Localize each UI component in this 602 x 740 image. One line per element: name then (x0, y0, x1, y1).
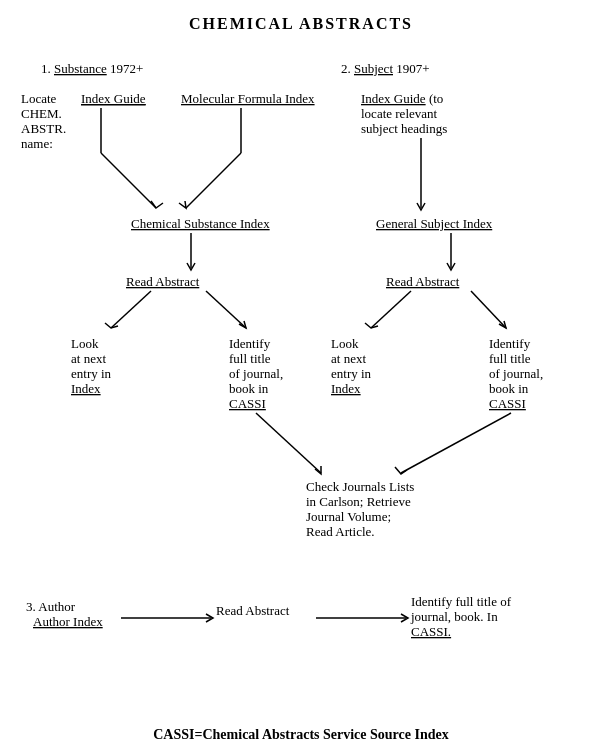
author-index: Author Index (33, 614, 103, 629)
svg-line-12 (401, 413, 511, 473)
check-journals2: in Carlson; Retrieve (306, 494, 411, 509)
identify-right2: full title (489, 351, 531, 366)
diagram: 1. Substance 1972+ 2. Subject 1907+ Loca… (11, 43, 591, 723)
svg-line-10 (371, 291, 411, 328)
svg-line-11 (471, 291, 506, 328)
look-next-left: Look (71, 336, 99, 351)
identify-bottom: Identify full title of (411, 594, 512, 609)
index-guide-right3: subject headings (361, 121, 447, 136)
look-next-left3: entry in (71, 366, 112, 381)
check-journals: Check Journals Lists (306, 479, 414, 494)
molecular-formula: Molecular Formula Index (181, 91, 315, 106)
locate-label2: CHEM. (21, 106, 62, 121)
svg-line-3 (186, 153, 241, 208)
identify-left: Identify (229, 336, 271, 351)
identify-right3: of journal, (489, 366, 543, 381)
identify-right: Identify (489, 336, 531, 351)
page-title: CHEMICAL ABSTRACTS (10, 15, 592, 33)
svg-line-7 (256, 413, 321, 473)
chem-substance-index: Chemical Substance Index (131, 216, 270, 231)
look-next-left4: Index (71, 381, 101, 396)
read-abstract-left: Read Abstract (126, 274, 200, 289)
read-abstract-bottom: Read Abstract (216, 603, 290, 618)
read-abstract-right: Read Abstract (386, 274, 460, 289)
look-next-right2: at next (331, 351, 366, 366)
look-next-right: Look (331, 336, 359, 351)
look-next-left2: at next (71, 351, 106, 366)
look-next-right4: Index (331, 381, 361, 396)
svg-line-5 (111, 291, 151, 328)
index-guide-right2: locate relevant (361, 106, 438, 121)
identify-left4: book in (229, 381, 269, 396)
svg-line-6 (206, 291, 246, 328)
identify-left2: full title (229, 351, 271, 366)
identify-right5: CASSI (489, 396, 526, 411)
svg-line-1 (101, 153, 156, 208)
check-journals3: Journal Volume; (306, 509, 391, 524)
author-label: 3. Author (26, 599, 76, 614)
check-journals4: Read Article. (306, 524, 375, 539)
locate-label4: name: (21, 136, 53, 151)
identify-left3: of journal, (229, 366, 283, 381)
index-guide-right: Index Guide (to (361, 91, 443, 106)
identify-left5: CASSI (229, 396, 266, 411)
general-subject-index: General Subject Index (376, 216, 493, 231)
subject-label: 2. Subject 1907+ (341, 61, 430, 76)
identify-bottom3: CASSI. (411, 624, 451, 639)
index-guide-left: Index Guide (81, 91, 146, 106)
look-next-right3: entry in (331, 366, 372, 381)
substance-label: 1. Substance 1972+ (41, 61, 143, 76)
footer: CASSI=Chemical Abstracts Service Source … (10, 727, 592, 740)
locate-label: Locate (21, 91, 57, 106)
locate-label3: ABSTR. (21, 121, 66, 136)
identify-right4: book in (489, 381, 529, 396)
identify-bottom2: journal, book. In (410, 609, 498, 624)
page: CHEMICAL ABSTRACTS 1. Substance 1972+ 2.… (0, 0, 602, 740)
